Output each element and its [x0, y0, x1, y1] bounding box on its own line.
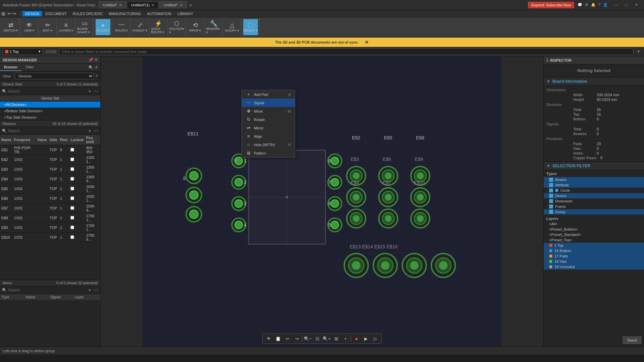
- help-icon[interactable]: ?: [598, 3, 600, 7]
- device-set-bottom[interactable]: <Bottom Side Devices>: [0, 108, 100, 114]
- menu-align[interactable]: ≡ Align: [242, 132, 295, 140]
- items-search[interactable]: [8, 288, 86, 292]
- canvas-zoom-fit-button[interactable]: ⊡: [313, 335, 321, 343]
- menu-pattern[interactable]: ⊞ Pattern: [242, 149, 295, 157]
- devices-more[interactable]: ⋯: [94, 128, 98, 133]
- menu-automation[interactable]: AUTOMATION: [145, 11, 174, 16]
- locked-checkbox[interactable]: [70, 206, 74, 210]
- table-row[interactable]: E$10 1X01 TOP 1 1700 9...: [0, 233, 100, 242]
- menu-hole[interactable]: ○ Hole (NPTH) H: [242, 140, 295, 149]
- type-attribute-check[interactable]: [549, 183, 553, 187]
- modify-button[interactable]: △ MODIFY ▾: [225, 19, 239, 35]
- locked-checkbox[interactable]: [70, 148, 74, 152]
- settings-icon[interactable]: ⚙: [585, 3, 588, 7]
- board-info-header[interactable]: ▼ Board Information: [544, 77, 644, 86]
- canvas-undo-button[interactable]: ↩: [283, 335, 291, 343]
- rework-button[interactable]: 🔧 REWORK ▾: [206, 19, 221, 35]
- table-row[interactable]: E$2 1X01 TOP 1 1300 1...: [0, 155, 100, 165]
- items-more[interactable]: ⋯: [94, 287, 98, 293]
- signal-options[interactable]: ⋯: [287, 101, 291, 105]
- view-button[interactable]: 👁 VIEW ▾: [22, 19, 37, 35]
- quick-route-button[interactable]: ⚡ QUICK ROUTE ▾: [151, 19, 166, 35]
- canvas-clipboard-button[interactable]: 📋: [274, 335, 282, 343]
- menu-icon[interactable]: ⊞: [1, 11, 5, 16]
- menu-move[interactable]: ✥ Move M: [242, 107, 295, 115]
- tab-1[interactable]: Untitled* ✕: [99, 1, 126, 8]
- tab-2-close[interactable]: ✕: [152, 3, 154, 7]
- close-panel-icon[interactable]: ✕: [95, 58, 98, 62]
- command-dropdown[interactable]: ▾: [636, 49, 641, 54]
- items-dropdown[interactable]: ▾: [87, 288, 92, 292]
- menu-library[interactable]: LIBRARY: [175, 11, 196, 16]
- canvas-stop-button[interactable]: ■: [353, 335, 361, 343]
- notification-close[interactable]: ✕: [365, 40, 369, 45]
- layer-all[interactable]: <All>: [544, 221, 644, 227]
- table-row[interactable]: E$8 1X01 TOP 1 1700 1...: [0, 213, 100, 223]
- menu-mirror[interactable]: ⇌ Mirror: [242, 124, 295, 132]
- new-tab-button[interactable]: +: [187, 1, 194, 8]
- command-input[interactable]: [59, 48, 633, 55]
- locked-checkbox[interactable]: [70, 158, 74, 161]
- layer-16-bottom[interactable]: 16 Bottom: [544, 248, 644, 253]
- board-shape-button[interactable]: ▭ BOARD SHAPE ▾: [77, 19, 92, 35]
- layer-preset-top[interactable]: <Preset_Top>: [544, 237, 644, 243]
- locked-checkbox[interactable]: [70, 226, 74, 229]
- locked-checkbox[interactable]: [70, 177, 74, 181]
- select-button[interactable]: ⬚ SELECT ▾: [243, 19, 258, 35]
- tab-3[interactable]: Untitled* ✕: [159, 1, 187, 8]
- table-row[interactable]: E$3 1X01 TOP 1 1300 1...: [0, 165, 100, 174]
- type-device-check[interactable]: [549, 194, 553, 198]
- device-sets-more[interactable]: ⋯: [94, 88, 98, 94]
- undo-button[interactable]: ↩: [7, 11, 11, 16]
- type-dimension-check[interactable]: [549, 199, 553, 203]
- menu-document[interactable]: DOCUMENT: [43, 11, 69, 16]
- edit-button[interactable]: ✏ EDIT ▾: [40, 19, 55, 35]
- devices-search[interactable]: [8, 129, 86, 133]
- chat-icon[interactable]: 💬: [578, 3, 582, 7]
- canvas-grid-button[interactable]: ⊞: [332, 335, 340, 343]
- type-dimension[interactable]: Dimension: [544, 198, 644, 204]
- help-icon[interactable]: ?: [96, 74, 98, 78]
- search-panel-icon[interactable]: 🔍: [89, 65, 93, 70]
- type-circle-check[interactable]: [549, 188, 553, 192]
- refresh-panel-icon[interactable]: ↺: [95, 65, 98, 70]
- subscribe-button[interactable]: Expired: Subscribe Now: [528, 2, 574, 8]
- tab-3-close[interactable]: ✕: [180, 3, 182, 7]
- locked-checkbox[interactable]: [70, 167, 74, 171]
- canvas-zoom-in-button[interactable]: 🔍+: [323, 335, 331, 343]
- type-circle[interactable]: Circle: [544, 188, 644, 193]
- type-frame[interactable]: Frame: [544, 204, 644, 209]
- layer-1-top[interactable]: 1 Top: [544, 243, 644, 248]
- tab-2[interactable]: Untitled*(1) ✕: [127, 1, 159, 8]
- canvas-redo-button[interactable]: ↪: [293, 335, 301, 343]
- type-attribute[interactable]: Attribute: [544, 182, 644, 188]
- locked-checkbox[interactable]: [70, 196, 74, 200]
- reset-button[interactable]: Reset: [623, 337, 641, 344]
- menu-signal[interactable]: 〰 Signal ⋯: [242, 99, 295, 107]
- menu-manufacturing[interactable]: MANUFACTURING: [106, 11, 144, 16]
- pin-icon[interactable]: 📌: [89, 58, 93, 62]
- menu-add-part[interactable]: + Add Part A: [242, 90, 295, 99]
- polygon-button[interactable]: ⬡ POLYGON ▾: [169, 19, 184, 35]
- maximize-button[interactable]: □: [621, 0, 631, 10]
- table-row[interactable]: E$6 1X01 TOP 1 1500 1...: [0, 194, 100, 203]
- device-set-top[interactable]: <Top Side Devices>: [0, 114, 100, 121]
- table-row[interactable]: E$1 P(R-PDIP-T8) TOP 8 900 950: [0, 145, 100, 155]
- type-frame-check[interactable]: [549, 204, 553, 208]
- layer-18-vias[interactable]: 18 Vias: [544, 259, 644, 264]
- type-device[interactable]: Device: [544, 193, 644, 198]
- close-button[interactable]: ✕: [631, 0, 641, 10]
- layer-preset-standard[interactable]: <Preset_Standard>: [544, 232, 644, 237]
- tab-browser[interactable]: Browser: [0, 64, 21, 71]
- ripup-button[interactable]: ⟲ RIPUP ▾: [188, 19, 203, 35]
- canvas-area[interactable]: E$11 E$12 E$1 1 2 3 4: [101, 56, 543, 347]
- menu-rules[interactable]: RULES DRC/ERC: [70, 11, 106, 16]
- switch-button[interactable]: ⇄ SWITCH ▾: [3, 19, 18, 35]
- canvas-zoom-out-button[interactable]: 🔍−: [304, 335, 312, 343]
- layer-17-pads[interactable]: 17 Pads: [544, 253, 644, 259]
- place-button[interactable]: ＋ PLACE ▾: [96, 19, 110, 35]
- layers-button[interactable]: ≡ LAYERS ▾: [59, 19, 73, 35]
- table-row[interactable]: E$9 1X01 TOP 1 1700 1...: [0, 223, 100, 233]
- view-select[interactable]: Devices: [15, 73, 94, 79]
- redo-button[interactable]: ↪: [12, 11, 16, 16]
